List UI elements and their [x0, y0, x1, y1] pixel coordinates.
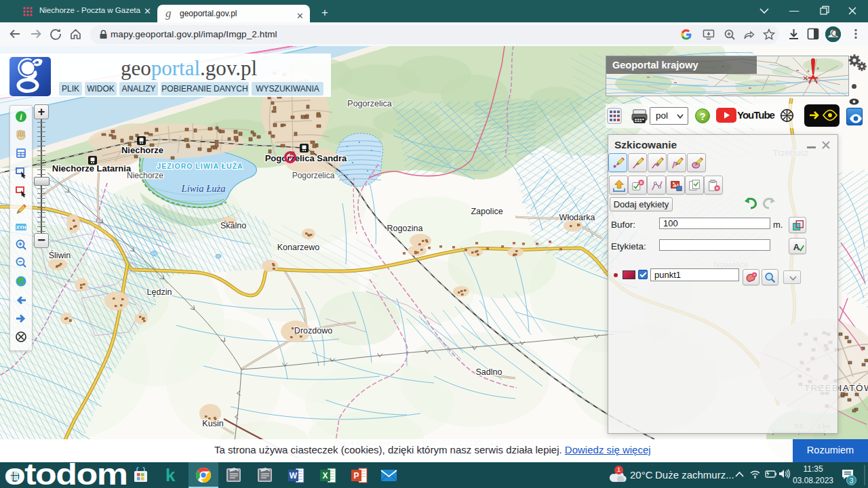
svg-text:Konarzewo: Konarzewo: [277, 243, 320, 252]
svg-text:Rogozina: Rogozina: [387, 224, 423, 233]
svg-text:Włodarka: Włodarka: [559, 213, 595, 222]
svg-text:Niechorze: Niechorze: [127, 171, 163, 180]
svg-text:Lędzin: Lędzin: [147, 287, 172, 297]
svg-text:Sadlno: Sadlno: [476, 367, 502, 377]
svg-text:A: A: [793, 242, 800, 252]
svg-text:Kusin: Kusin: [202, 419, 223, 428]
svg-text:W: W: [290, 471, 298, 481]
svg-text:X: X: [322, 471, 328, 481]
svg-text:Liwia Łuża: Liwia Łuża: [181, 183, 226, 194]
svg-text:JEZIORO LIWIA ŁUŻA: JEZIORO LIWIA ŁUŻA: [157, 162, 243, 170]
svg-text:Skalno: Skalno: [220, 221, 246, 230]
svg-text:Pogorzelica: Pogorzelica: [347, 99, 391, 108]
svg-text:Drozdowo: Drozdowo: [294, 326, 332, 336]
svg-text:Niechorze Latarnia: Niechorze Latarnia: [52, 163, 132, 174]
svg-text:Zapolice: Zapolice: [471, 207, 502, 216]
svg-text:Śliwin: Śliwin: [49, 250, 71, 260]
svg-text:Pogorzelica Sandra: Pogorzelica Sandra: [265, 153, 347, 163]
svg-text:Niechorze: Niechorze: [121, 145, 163, 155]
svg-text:XYH: XYH: [16, 225, 26, 230]
svg-text:Pogorzelica: Pogorzelica: [292, 171, 335, 180]
svg-text:P: P: [353, 471, 359, 481]
